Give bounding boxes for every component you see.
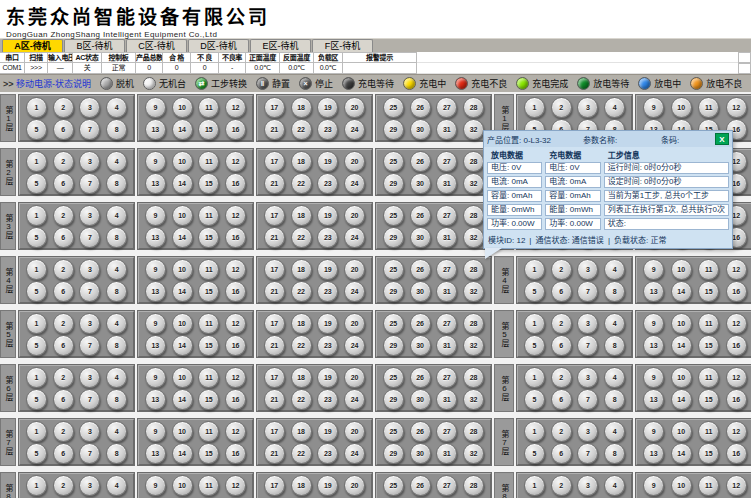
battery-cell[interactable]: 32 [463,443,484,464]
battery-cell[interactable]: 29 [383,335,404,356]
battery-cell[interactable]: 26 [410,367,431,388]
battery-cell[interactable]: 6 [53,335,74,356]
battery-cell[interactable]: 9 [643,313,664,334]
battery-cell[interactable]: 1 [524,259,545,280]
battery-cell[interactable]: 4 [106,259,127,280]
battery-cell[interactable]: 10 [172,205,193,226]
battery-cell[interactable]: 6 [53,443,74,464]
battery-cell[interactable]: 15 [698,443,719,464]
battery-cell[interactable]: 30 [410,335,431,356]
battery-cell[interactable]: 13 [145,389,166,410]
battery-cell[interactable]: 9 [145,205,166,226]
battery-cell[interactable]: 17 [264,475,285,496]
battery-cell[interactable]: 22 [291,281,312,302]
battery-cell[interactable]: 27 [436,421,457,442]
battery-cell[interactable]: 19 [317,259,338,280]
battery-cell[interactable]: 20 [344,259,365,280]
battery-cell[interactable]: 9 [643,421,664,442]
popup-close-button[interactable]: X [715,133,729,145]
battery-cell[interactable]: 15 [198,173,219,194]
battery-cell[interactable]: 5 [26,281,47,302]
battery-cell[interactable]: 10 [671,97,692,118]
battery-cell[interactable]: 12 [726,97,747,118]
battery-cell[interactable]: 29 [383,119,404,140]
battery-cell[interactable]: 14 [671,335,692,356]
battery-cell[interactable]: 5 [524,281,545,302]
battery-cell[interactable]: 32 [463,173,484,194]
battery-cell[interactable]: 11 [198,259,219,280]
battery-cell[interactable]: 31 [436,227,457,248]
battery-cell[interactable]: 14 [671,443,692,464]
battery-cell[interactable]: 4 [604,421,625,442]
battery-cell[interactable]: 3 [79,259,100,280]
battery-cell[interactable]: 3 [577,259,598,280]
battery-cell[interactable]: 10 [172,259,193,280]
battery-cell[interactable]: 17 [264,367,285,388]
battery-cell[interactable]: 30 [410,389,431,410]
battery-cell[interactable]: 23 [317,173,338,194]
battery-cell[interactable]: 16 [726,443,747,464]
battery-cell[interactable]: 2 [53,475,74,496]
battery-cell[interactable]: 13 [145,335,166,356]
battery-cell[interactable]: 25 [383,421,404,442]
battery-cell[interactable]: 4 [106,475,127,496]
battery-cell[interactable]: 10 [671,313,692,334]
battery-cell[interactable]: 30 [410,227,431,248]
battery-cell[interactable]: 31 [436,173,457,194]
battery-cell[interactable]: 1 [26,259,47,280]
battery-cell[interactable]: 9 [145,313,166,334]
battery-cell[interactable]: 28 [463,97,484,118]
battery-cell[interactable]: 19 [317,475,338,496]
battery-cell[interactable]: 12 [726,421,747,442]
battery-cell[interactable]: 6 [53,281,74,302]
battery-cell[interactable]: 24 [344,173,365,194]
battery-cell[interactable]: 14 [172,335,193,356]
battery-cell[interactable]: 12 [225,97,246,118]
battery-cell[interactable]: 12 [225,259,246,280]
battery-cell[interactable]: 2 [551,97,572,118]
battery-cell[interactable]: 22 [291,173,312,194]
battery-cell[interactable]: 8 [106,173,127,194]
battery-cell[interactable]: 17 [264,205,285,226]
battery-cell[interactable]: 16 [225,389,246,410]
battery-cell[interactable]: 17 [264,97,285,118]
battery-cell[interactable]: 4 [106,421,127,442]
battery-cell[interactable]: 4 [106,151,127,172]
battery-cell[interactable]: 21 [264,443,285,464]
battery-cell[interactable]: 3 [79,97,100,118]
battery-cell[interactable]: 8 [106,335,127,356]
battery-cell[interactable]: 9 [145,367,166,388]
battery-cell[interactable]: 3 [79,367,100,388]
battery-cell[interactable]: 8 [604,335,625,356]
battery-cell[interactable]: 5 [26,119,47,140]
battery-cell[interactable]: 2 [551,259,572,280]
battery-cell[interactable]: 22 [291,389,312,410]
battery-cell[interactable]: 11 [198,97,219,118]
battery-cell[interactable]: 7 [79,443,100,464]
battery-cell[interactable]: 22 [291,335,312,356]
battery-cell[interactable]: 1 [26,97,47,118]
battery-cell[interactable]: 1 [26,475,47,496]
battery-cell[interactable]: 16 [225,173,246,194]
battery-cell[interactable]: 16 [225,281,246,302]
battery-cell[interactable]: 17 [264,313,285,334]
battery-cell[interactable]: 25 [383,259,404,280]
battery-cell[interactable]: 24 [344,119,365,140]
battery-cell[interactable]: 22 [291,227,312,248]
zone-tab-1[interactable]: B区-待机 [64,39,125,52]
battery-cell[interactable]: 6 [53,389,74,410]
battery-cell[interactable]: 7 [79,389,100,410]
battery-cell[interactable]: 19 [317,151,338,172]
battery-cell[interactable]: 11 [198,205,219,226]
battery-cell[interactable]: 15 [198,227,219,248]
battery-cell[interactable]: 5 [524,443,545,464]
battery-cell[interactable]: 7 [79,227,100,248]
battery-cell[interactable]: 29 [383,281,404,302]
battery-cell[interactable]: 27 [436,205,457,226]
battery-cell[interactable]: 14 [172,119,193,140]
battery-cell[interactable]: 15 [198,281,219,302]
battery-cell[interactable]: 5 [524,389,545,410]
zone-tab-5[interactable]: F区-待机 [312,39,373,52]
battery-cell[interactable]: 27 [436,151,457,172]
battery-cell[interactable]: 5 [26,227,47,248]
